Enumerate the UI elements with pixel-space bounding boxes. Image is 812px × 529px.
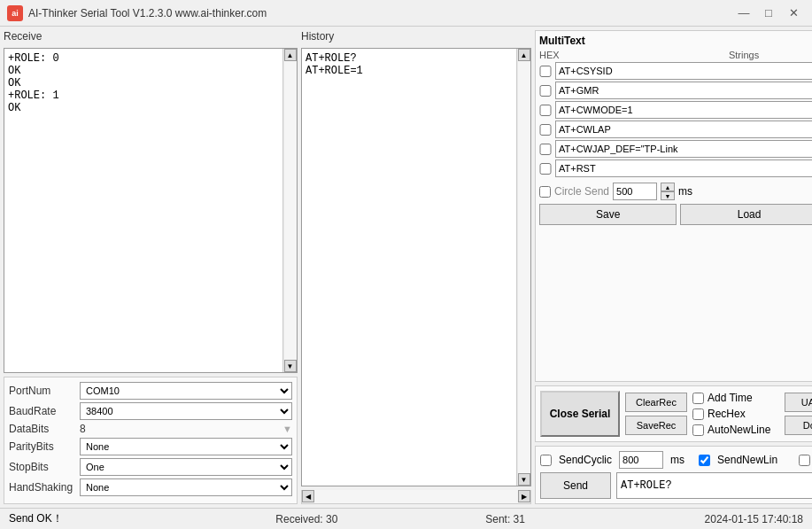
circle-send-row: Circle Send ▲ ▼ ms	[539, 183, 812, 200]
multitext-input-2[interactable]	[555, 82, 812, 99]
stopbits-label: StopBits	[9, 461, 80, 473]
autonewline-checkbox[interactable]	[692, 424, 704, 436]
history-content: AT+ROLE? AT+ROLE=1	[302, 49, 516, 486]
databits-label: DataBits	[9, 423, 80, 435]
clearrec-button[interactable]: ClearRec	[625, 393, 687, 412]
multitext-input-4[interactable]	[555, 121, 812, 138]
rechex-label: RecHex	[708, 408, 746, 420]
send-options-row: SendCyclic ms SendNewLin SendHex FormatI…	[540, 451, 812, 469]
send-button[interactable]: Send	[540, 472, 611, 499]
portnum-label: PortNum	[9, 385, 80, 397]
receive-scroll-down[interactable]: ▼	[284, 360, 297, 372]
history-scroll-down[interactable]: ▼	[518, 473, 530, 486]
multitext-row-6: 6	[539, 159, 812, 177]
portnum-row: PortNum COM10	[9, 382, 292, 400]
multitext-input-1[interactable]	[555, 62, 812, 80]
receive-content: +ROLE: 0 OK OK +ROLE: 1 OK	[4, 49, 282, 372]
circle-send-checkbox[interactable]	[539, 186, 551, 198]
circle-ms-spinner: ▲ ▼	[661, 183, 675, 200]
strings-col-header: Strings	[557, 50, 812, 60]
cyclic-ms-label: ms	[670, 454, 684, 466]
receive-text: +ROLE: 0 OK OK +ROLE: 1 OK	[8, 52, 279, 114]
multitext-row-1: 1	[539, 62, 812, 80]
send-btn-row: Send	[540, 472, 812, 499]
sendcyclic-checkbox[interactable]	[540, 455, 552, 466]
datetime-label: 2024-01-15 17:40:18	[605, 513, 803, 525]
circle-send-label: Circle Send	[554, 185, 609, 198]
cyclic-ms-input[interactable]	[619, 451, 663, 469]
history-hscrollbar[interactable]: ◀ ▶	[301, 490, 531, 504]
uart-run-button[interactable]: UART Run	[785, 393, 812, 412]
history-hscroll-right[interactable]: ▶	[518, 490, 530, 502]
circle-ms-input[interactable]	[613, 183, 657, 200]
multitext-check-6[interactable]	[539, 163, 552, 175]
port-settings-panel: PortNum COM10 BaudRate 38400 DataBits 8 …	[4, 377, 298, 504]
sendcyclic-label: SendCyclic	[559, 454, 612, 466]
multitext-check-4[interactable]	[539, 124, 552, 136]
rechex-item: RecHex	[692, 408, 770, 420]
history-hscroll-track	[314, 490, 518, 503]
history-scroll-track	[518, 61, 530, 473]
save-button[interactable]: Save	[539, 204, 677, 225]
sendnewlin-checkbox[interactable]	[699, 455, 710, 466]
app-logo: ai	[7, 5, 23, 21]
minimize-button[interactable]: —	[732, 4, 755, 22]
addtime-checkbox[interactable]	[692, 393, 704, 404]
history-hscroll-left[interactable]: ◀	[302, 490, 314, 502]
sendhex-checkbox[interactable]	[799, 455, 810, 466]
send-input[interactable]	[616, 472, 812, 499]
multitext-input-6[interactable]	[555, 159, 812, 177]
stopbits-row: StopBits One	[9, 458, 292, 476]
history-scroll-up[interactable]: ▲	[518, 49, 530, 61]
load-button[interactable]: Load	[680, 204, 812, 225]
multitext-input-3[interactable]	[555, 101, 812, 119]
multitext-row-4: 4	[539, 121, 812, 138]
handshaking-label: HandShaking	[9, 481, 80, 494]
paritybits-select[interactable]: None	[80, 438, 292, 455]
receive-scroll-track	[284, 61, 297, 360]
multitext-check-3[interactable]	[539, 105, 552, 116]
handshaking-row: HandShaking None	[9, 478, 292, 496]
portnum-select[interactable]: COM10	[80, 382, 292, 400]
databits-value: 8	[80, 423, 282, 435]
paritybits-label: ParityBits	[9, 440, 80, 453]
sendnewlin-label: SendNewLin	[717, 454, 777, 466]
multitext-check-5[interactable]	[539, 144, 552, 155]
controls-panel: Close Serial ClearRec SaveRec Add Time R…	[535, 385, 812, 442]
uart-hist-btns: UART Run Download	[785, 393, 812, 435]
left-panel: Receive +ROLE: 0 OK OK +ROLE: 1 OK ▲ ▼ P…	[0, 27, 301, 508]
stopbits-select[interactable]: One	[80, 458, 292, 476]
history-vscrollbar[interactable]: ▲ ▼	[516, 49, 530, 486]
multitext-check-2[interactable]	[539, 85, 552, 97]
handshaking-select[interactable]: None	[80, 478, 292, 496]
rec-buttons: ClearRec SaveRec	[625, 393, 687, 435]
title-bar: ai AI-Thinker Serial Tool V1.2.3.0 www.a…	[0, 0, 812, 27]
multitext-row-2: 2	[539, 82, 812, 99]
baudrate-select[interactable]: 38400	[80, 402, 292, 420]
status-bar: Send OK！ Received: 30 Sent: 31 2024-01-1…	[0, 508, 812, 529]
right-panel: MultiText HEX Strings Send 1 2	[531, 27, 812, 508]
main-body: Receive +ROLE: 0 OK OK +ROLE: 1 OK ▲ ▼ P…	[0, 27, 812, 508]
receive-vscrollbar[interactable]: ▲ ▼	[282, 49, 297, 372]
maximize-button[interactable]: □	[757, 4, 780, 22]
addtime-label: Add Time	[708, 392, 753, 404]
download-button[interactable]: Download	[785, 416, 812, 435]
close-button[interactable]: ✕	[782, 4, 805, 22]
receive-label: Receive	[4, 30, 42, 43]
receive-scroll-up[interactable]: ▲	[284, 49, 297, 61]
multitext-input-5[interactable]	[555, 140, 812, 158]
multitext-title: MultiText	[539, 35, 812, 47]
saverec-button[interactable]: SaveRec	[625, 416, 687, 435]
rechex-checkbox[interactable]	[692, 408, 704, 420]
addtime-item: Add Time	[692, 392, 770, 404]
received-label: Received: 30	[207, 513, 406, 525]
circle-ms-down[interactable]: ▼	[661, 191, 675, 200]
multitext-check-1[interactable]	[539, 66, 552, 77]
circle-ms-label: ms	[678, 185, 692, 198]
history-text: AT+ROLE? AT+ROLE=1	[305, 52, 513, 77]
status-text: Send OK！	[9, 511, 207, 526]
window-controls: — □ ✕	[732, 4, 805, 22]
circle-ms-up[interactable]: ▲	[661, 183, 675, 191]
close-serial-button[interactable]: Close Serial	[540, 391, 620, 437]
autonewline-item: AutoNewLine	[692, 424, 770, 436]
